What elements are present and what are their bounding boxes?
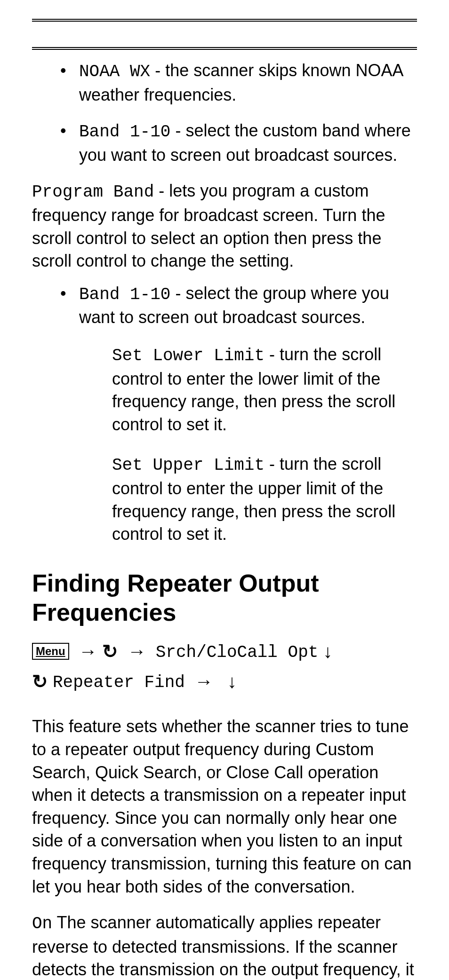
page-container: NOAA WX - the scanner skips known NOAA w… — [0, 0, 449, 980]
list-item: Band 1-10 - select the custom band where… — [32, 119, 417, 166]
list-item: Band 1-10 - select the group where you w… — [32, 282, 417, 329]
sub-item-upper: Set Upper Limit - turn the scroll contro… — [112, 453, 417, 545]
section-heading: Finding Repeater Output Frequencies — [32, 569, 417, 627]
menu-button-icon: Menu — [32, 643, 69, 659]
body-text: The scanner automatically applies repeat… — [32, 913, 414, 980]
code-term: NOAA WX — [79, 62, 150, 81]
nav-breadcrumb: Menu → ↻ → Srch/CloCall Opt ↓ ↻ Repeater… — [32, 636, 417, 696]
code-term: Set Lower Limit — [112, 346, 265, 365]
arrow-right-icon: → — [194, 671, 213, 692]
list-item: NOAA WX - the scanner skips known NOAA w… — [32, 59, 417, 106]
bullet-list-top: NOAA WX - the scanner skips known NOAA w… — [32, 59, 417, 166]
bullet-list-mid: Band 1-10 - select the group where you w… — [32, 282, 417, 329]
code-term: Set Upper Limit — [112, 456, 265, 475]
sub-item-lower: Set Lower Limit - turn the scroll contro… — [112, 343, 417, 436]
nav-option: Srch/CloCall Opt — [156, 643, 319, 662]
top-rule-2 — [32, 47, 417, 50]
code-term: Band 1-10 — [79, 285, 170, 304]
arrow-down-icon: ↓ — [227, 671, 237, 692]
code-term: On — [32, 914, 52, 933]
rotate-icon: ↻ — [102, 641, 118, 662]
feature-paragraph: This feature sets whether the scanner tr… — [32, 715, 417, 898]
on-paragraph: On The scanner automatically applies rep… — [32, 911, 417, 980]
arrow-right-icon: → — [128, 641, 146, 662]
program-band-paragraph: Program Band - lets you program a custom… — [32, 180, 417, 272]
arrow-right-icon: → — [79, 641, 97, 662]
rotate-icon: ↻ — [32, 671, 48, 692]
arrow-down-icon: ↓ — [323, 641, 332, 662]
code-term: Band 1-10 — [79, 122, 170, 142]
code-term: Program Band — [32, 182, 154, 202]
nav-option: Repeater Find — [53, 673, 185, 692]
